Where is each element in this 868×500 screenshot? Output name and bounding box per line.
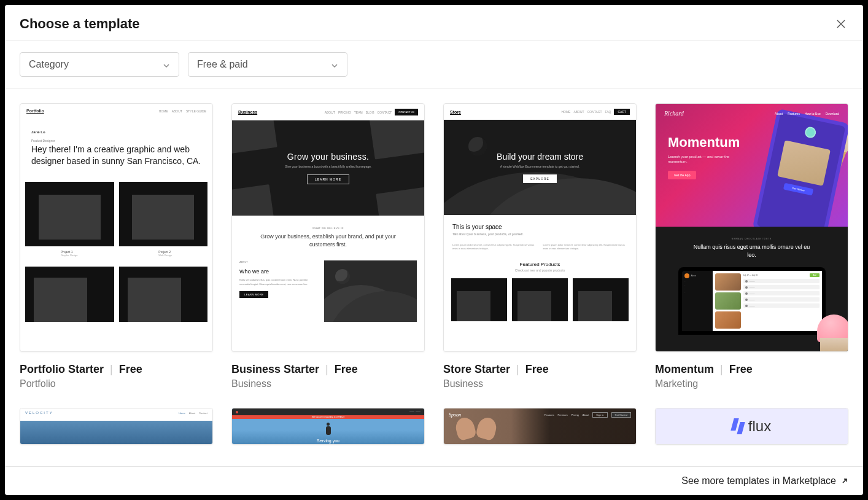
template-picker-modal: Choose a template Category Free & paid [5, 5, 863, 495]
template-card-momentum[interactable]: Richard About Features How to Use Downlo… [655, 103, 848, 389]
template-name: Business Starter [231, 363, 319, 376]
template-price: Free [729, 363, 753, 376]
preview-logo: Store [450, 110, 461, 114]
template-price: Free [119, 363, 142, 376]
template-card-serving[interactable]: See how we're responding to COVID-19 Ser… [231, 408, 425, 445]
template-name: Store Starter [443, 363, 510, 376]
template-category: Marketing [655, 378, 848, 389]
template-category: Business [231, 378, 425, 389]
preview-tile [512, 278, 568, 321]
chevron-down-icon [163, 61, 170, 68]
preview-tile [119, 182, 208, 246]
template-card-spoon[interactable]: Spoon Features Premium Pricing About Sig… [443, 408, 637, 445]
modal-header: Choose a template [5, 5, 863, 41]
template-card-business-starter[interactable]: Business ABOUT PRICING TEAM BLOG CONTACT… [231, 103, 425, 389]
preview-logo: Business [238, 110, 257, 114]
preview-tile [25, 267, 114, 322]
preview-nav: Features Premium Pricing About Sign in G… [544, 412, 631, 418]
template-card-portfolio-starter[interactable]: Portfolio HOME ABOUT STYLE GUIDE Jane Lo… [20, 103, 213, 389]
modal-title: Choose a template [20, 16, 140, 32]
avatar-icon [804, 126, 817, 139]
template-grid: Portfolio HOME ABOUT STYLE GUIDE Jane Lo… [20, 103, 848, 445]
preview-logo: Richard [664, 110, 684, 117]
modal-footer: See more templates in Marketplace [5, 466, 863, 495]
close-icon [836, 19, 846, 29]
template-price: Free [525, 363, 549, 376]
preview-logo: Spoon [449, 412, 461, 418]
preview-tile [25, 182, 114, 246]
filter-bar: Category Free & paid [5, 41, 863, 88]
chevron-down-icon [331, 61, 338, 68]
preview-logo: flux [748, 418, 771, 435]
see-more-link[interactable]: See more templates in Marketplace [681, 475, 848, 486]
preview-logo: Portfolio [26, 109, 44, 113]
template-card-velocity[interactable]: VELOCITY Home About Contact [20, 408, 213, 445]
template-preview: See how we're responding to COVID-19 Ser… [231, 408, 425, 445]
template-preview: flux [655, 408, 848, 445]
category-dropdown[interactable]: Category [20, 52, 179, 77]
preview-tile [451, 278, 507, 321]
template-preview: Portfolio HOME ABOUT STYLE GUIDE Jane Lo… [20, 103, 213, 352]
template-card-flux[interactable]: flux [655, 408, 848, 445]
price-dropdown[interactable]: Free & paid [188, 52, 347, 77]
template-category: Portfolio [20, 378, 213, 389]
cupcake-icon [811, 314, 848, 352]
flux-logo-icon [732, 418, 743, 434]
template-price: Free [335, 363, 358, 376]
template-preview: Business ABOUT PRICING TEAM BLOG CONTACT… [231, 103, 425, 352]
template-name: Portfolio Starter [20, 363, 104, 376]
template-gallery: Portfolio HOME ABOUT STYLE GUIDE Jane Lo… [5, 88, 863, 466]
preview-logo: VELOCITY [25, 411, 53, 415]
phone-mockup: See Recipe [753, 109, 848, 227]
template-category: Business [443, 378, 637, 389]
preview-nav: ABOUT PRICING TEAM BLOG CONTACT CONTACT … [325, 109, 418, 115]
template-name: Momentum [655, 363, 714, 376]
template-preview: Richard About Features How to Use Downlo… [655, 103, 848, 352]
preview-image-placeholder [324, 260, 417, 322]
price-label: Free & paid [197, 59, 248, 70]
template-preview: VELOCITY Home About Contact [20, 408, 213, 445]
template-card-store-starter[interactable]: Store HOME ABOUT CONTACT FAQ CART [443, 103, 637, 389]
preview-nav: HOME ABOUT STYLE GUIDE [159, 109, 206, 113]
preview-nav: Home About Contact [179, 412, 207, 415]
external-link-icon [841, 477, 848, 485]
close-button[interactable] [834, 17, 848, 31]
preview-nav: About Features How to Use Download [775, 112, 839, 115]
template-preview: Store HOME ABOUT CONTACT FAQ CART [443, 103, 637, 352]
preview-nav: HOME ABOUT CONTACT FAQ CART [561, 109, 630, 115]
category-label: Category [29, 59, 69, 70]
template-preview: Spoon Features Premium Pricing About Sig… [443, 408, 637, 445]
preview-tile [119, 267, 208, 322]
preview-tile [573, 278, 629, 321]
tablet-mockup: Admin — — — — [678, 267, 826, 335]
